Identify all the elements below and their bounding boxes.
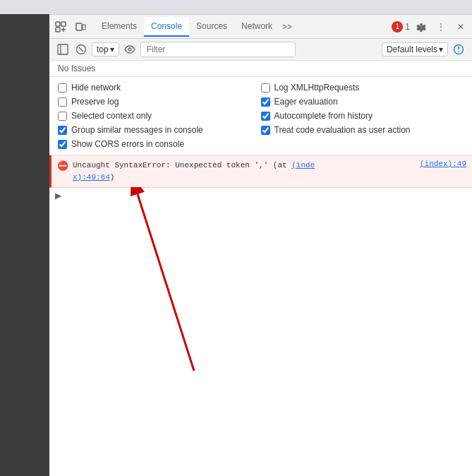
svg-rect-6	[83, 25, 85, 30]
left-sidebar	[0, 14, 49, 476]
log-xmlhttp-label: Log XMLHttpRequests	[274, 83, 360, 93]
expand-icon: ▶	[55, 191, 61, 201]
show-cors-checkbox[interactable]	[58, 140, 67, 149]
no-issues-text: No Issues	[58, 64, 95, 73]
filter-input[interactable]	[140, 42, 296, 57]
hide-network-checkbox[interactable]	[58, 83, 67, 93]
show-cors-label: Show CORS errors in console	[71, 139, 184, 149]
extra-settings-icon[interactable]	[451, 42, 466, 57]
error-count-label: 1	[405, 22, 410, 32]
autocomplete-checkbox[interactable]	[261, 112, 270, 121]
eager-eval-checkbox[interactable]	[261, 97, 270, 107]
error-message-row: ⛔ Uncaught SyntaxError: Unexpected token…	[49, 155, 472, 188]
tab-elements[interactable]: Elements	[95, 17, 144, 37]
option-show-cors: Show CORS errors in console	[58, 139, 261, 149]
preserve-log-label: Preserve log	[71, 97, 119, 107]
hide-network-label: Hide network	[71, 83, 121, 93]
option-treat-code-eval: Treat code evaluation as user action	[261, 125, 464, 135]
treat-code-eval-checkbox[interactable]	[261, 126, 270, 135]
more-options-icon[interactable]: ⋮	[432, 18, 449, 35]
eager-eval-label: Eager evaluation	[274, 97, 338, 107]
svg-rect-5	[76, 23, 82, 30]
autocomplete-label: Autocomplete from history	[274, 111, 373, 121]
svg-point-11	[128, 48, 131, 51]
treat-code-eval-label: Treat code evaluation as user action	[274, 125, 411, 135]
option-preserve-log: Preserve log	[58, 97, 261, 107]
context-dropdown[interactable]: top ▾	[92, 42, 119, 56]
option-group-similar: Group similar messages in console	[58, 125, 261, 135]
context-dropdown-arrow: ▾	[110, 44, 114, 54]
devtools-tab-left-icons	[52, 18, 89, 35]
svg-line-16	[138, 194, 194, 371]
browser-topbar	[0, 0, 472, 14]
svg-point-14	[458, 51, 459, 52]
no-issues-bar: No Issues	[49, 61, 472, 77]
default-levels-dropdown[interactable]: Default levels ▾	[382, 42, 448, 56]
error-prefix: Uncaught SyntaxError: Unexpected token '…	[73, 161, 291, 169]
context-label: top	[97, 44, 109, 54]
svg-rect-1	[56, 28, 60, 32]
svg-rect-2	[61, 22, 66, 26]
device-toolbar-icon[interactable]	[72, 18, 89, 35]
tab-sources[interactable]: Sources	[189, 17, 234, 37]
group-similar-label: Group similar messages in console	[71, 125, 203, 135]
option-log-xmlhttp: Log XMLHttpRequests	[261, 83, 464, 93]
group-similar-checkbox[interactable]	[58, 126, 67, 135]
option-eager-eval: Eager evaluation	[261, 97, 464, 107]
error-suffix: )	[110, 173, 115, 182]
arrow-annotation	[116, 187, 229, 387]
sidebar-toggle-icon[interactable]	[55, 42, 71, 57]
option-selected-context: Selected context only	[58, 111, 261, 121]
settings-icon[interactable]	[413, 18, 430, 35]
selected-context-label: Selected context only	[71, 111, 152, 121]
svg-rect-7	[58, 44, 68, 54]
error-text: Uncaught SyntaxError: Unexpected token '…	[73, 160, 416, 183]
svg-rect-0	[56, 22, 60, 26]
eye-icon[interactable]	[122, 42, 138, 57]
tabs-overflow-btn[interactable]: >>	[279, 18, 295, 36]
error-count-badge[interactable]: 1 1	[392, 21, 410, 32]
console-options-grid: Hide network Log XMLHttpRequests Preserv…	[49, 77, 472, 155]
tab-network[interactable]: Network	[234, 17, 279, 37]
console-toolbar: top ▾ Default levels ▾	[49, 39, 472, 61]
svg-line-10	[79, 47, 83, 52]
error-link-2[interactable]: (index):49	[420, 160, 466, 168]
tabs-right-controls: 1 1 ⋮ ✕	[392, 18, 469, 35]
expand-row[interactable]: ▶	[49, 188, 472, 203]
close-devtools-icon[interactable]: ✕	[452, 18, 469, 35]
error-count: 1	[396, 23, 400, 30]
default-levels-label: Default levels	[387, 44, 437, 54]
tab-console[interactable]: Console	[144, 17, 189, 37]
option-hide-network: Hide network	[58, 83, 261, 93]
log-xmlhttp-checkbox[interactable]	[261, 83, 270, 93]
inspect-icon[interactable]	[52, 18, 69, 35]
option-autocomplete: Autocomplete from history	[261, 111, 464, 121]
error-circle-icon: 1	[392, 21, 403, 32]
clear-console-icon[interactable]	[73, 42, 89, 57]
devtools-tabs-bar: Elements Console Sources Network >> 1 1	[49, 15, 472, 39]
selected-context-checkbox[interactable]	[58, 112, 67, 121]
preserve-log-checkbox[interactable]	[58, 97, 67, 107]
console-output: ⛔ Uncaught SyntaxError: Unexpected token…	[49, 155, 472, 476]
error-icon: ⛔	[57, 160, 68, 171]
default-levels-arrow: ▾	[439, 44, 443, 54]
